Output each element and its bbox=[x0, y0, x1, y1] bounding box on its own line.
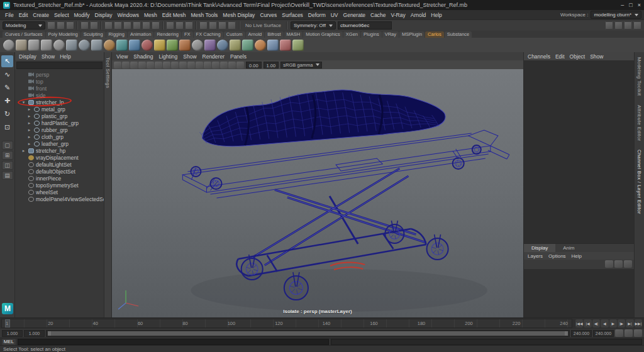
poly-torus-icon[interactable] bbox=[53, 40, 65, 51]
target-weld-icon[interactable] bbox=[142, 40, 153, 51]
toggle-all-layers-icon[interactable] bbox=[605, 260, 613, 268]
new-layer-from-selected-icon[interactable] bbox=[624, 260, 632, 268]
menu-mesh-display[interactable]: Mesh Display bbox=[220, 11, 257, 19]
viewport-menu-panels[interactable]: Panels bbox=[230, 53, 247, 60]
shelf-tab-custom[interactable]: Custom bbox=[224, 31, 245, 38]
shelf-tab-carlos[interactable]: Carlos bbox=[425, 31, 444, 38]
gate-mask-icon[interactable] bbox=[196, 62, 203, 69]
layer-tab-display[interactable]: Display bbox=[524, 244, 555, 252]
open-scene-icon[interactable] bbox=[57, 21, 65, 30]
menu-display[interactable]: Display bbox=[92, 11, 115, 19]
channel-box-menu-channels[interactable]: Channels bbox=[528, 53, 550, 60]
minimize-button[interactable]: – bbox=[621, 2, 624, 8]
poly-cube-icon[interactable] bbox=[16, 40, 27, 51]
attribute-editor-toggle-icon[interactable] bbox=[614, 21, 623, 30]
select-tool[interactable]: ↖ bbox=[1, 55, 13, 67]
safe-title-icon[interactable] bbox=[220, 62, 228, 69]
menu-edit[interactable]: Edit bbox=[16, 11, 31, 19]
shelf-tab-bifrost[interactable]: Bifrost bbox=[265, 31, 283, 38]
viewport-menu-view[interactable]: View bbox=[116, 53, 128, 60]
viewport-menu-shading[interactable]: Shading bbox=[133, 53, 153, 60]
outliner-item-cloth_grp[interactable]: ▸cloth_grp bbox=[15, 133, 104, 140]
shelf-tab-curves-surfaces[interactable]: Curves / Surfaces bbox=[3, 31, 45, 38]
shelf-tab-sculpting[interactable]: Sculpting bbox=[81, 31, 106, 38]
uv-editor-icon[interactable] bbox=[292, 40, 304, 51]
auto-keyframe-icon[interactable] bbox=[625, 329, 633, 337]
menu-windows[interactable]: Windows bbox=[114, 11, 141, 19]
outliner-item-innerPiece[interactable]: innerPiece bbox=[15, 175, 104, 182]
menu-v-ray[interactable]: V-Ray bbox=[389, 11, 408, 19]
outliner-item-stretcher_hp[interactable]: ▸stretcher_hp bbox=[15, 147, 104, 154]
isolate-select-icon[interactable] bbox=[228, 62, 236, 69]
step-forward-key-button[interactable]: |▶ bbox=[618, 319, 625, 327]
four-pane-layout[interactable]: ⊞ bbox=[2, 151, 13, 160]
close-button[interactable]: × bbox=[638, 2, 641, 8]
menu-create[interactable]: Create bbox=[30, 11, 52, 19]
view-transform-dropdown[interactable]: sRGB gamma bbox=[280, 62, 322, 69]
menu-arnold[interactable]: Arnold bbox=[408, 11, 429, 19]
select-camera-icon[interactable] bbox=[114, 62, 121, 69]
poly-cylinder-icon[interactable] bbox=[28, 40, 40, 51]
expander-icon[interactable]: ▸ bbox=[26, 128, 32, 133]
symmetry-dropdown[interactable]: Symmetry: Off bbox=[291, 21, 336, 30]
channel-box-menu-object[interactable]: Object bbox=[570, 53, 586, 60]
construction-history-icon[interactable] bbox=[185, 21, 193, 30]
snap-to-point-icon[interactable] bbox=[123, 21, 131, 30]
menu-select[interactable]: Select bbox=[52, 11, 72, 19]
make-live-icon[interactable] bbox=[152, 21, 160, 30]
layer-menu-options[interactable]: Options bbox=[548, 253, 566, 259]
viewport-menu-show[interactable]: Show bbox=[183, 53, 196, 60]
menu-help[interactable]: Help bbox=[428, 11, 444, 19]
expander-icon[interactable]: ▸ bbox=[26, 135, 32, 140]
bookmark-icon[interactable] bbox=[138, 62, 146, 69]
expander-icon[interactable]: ▾ bbox=[21, 100, 26, 105]
step-back-key-button[interactable]: ◀| bbox=[592, 319, 600, 327]
range-field-1[interactable]: 1.000 bbox=[2, 330, 23, 337]
single-pane-layout[interactable]: ▢ bbox=[2, 141, 13, 150]
scale-tool[interactable]: ⊡ bbox=[1, 121, 13, 133]
menu-edit-mesh[interactable]: Edit Mesh bbox=[160, 11, 189, 19]
go-to-start-button[interactable]: |◀◀ bbox=[575, 319, 583, 327]
delete-history-icon[interactable] bbox=[280, 40, 291, 51]
smooth-icon[interactable] bbox=[192, 40, 203, 51]
viewport-menu-lighting[interactable]: Lighting bbox=[158, 53, 177, 60]
tab-modeling-toolkit[interactable]: Modeling Toolkit bbox=[636, 57, 642, 96]
tool-settings-toggle-icon[interactable] bbox=[624, 21, 632, 30]
stretcher-wireframe-model[interactable] bbox=[112, 69, 523, 317]
shelf-tab-arnold[interactable]: Arnold bbox=[246, 31, 265, 38]
shelf-tab-poly-modeling[interactable]: Poly Modeling bbox=[46, 31, 80, 38]
shelf-tab-animation[interactable]: Animation bbox=[128, 31, 153, 38]
expander-icon[interactable]: ▸ bbox=[26, 107, 32, 112]
field-chart-icon[interactable] bbox=[204, 62, 211, 69]
range-field-4[interactable]: 240.000 bbox=[593, 330, 614, 337]
outliner-item-leather_grp[interactable]: ▸leather_grp bbox=[15, 140, 104, 147]
input-connections-icon[interactable] bbox=[166, 21, 174, 30]
save-scene-icon[interactable] bbox=[66, 21, 74, 30]
expander-icon[interactable]: ▸ bbox=[26, 114, 32, 119]
tab-tool-settings[interactable]: Tool Settings bbox=[105, 57, 111, 317]
outliner-item-stretcher_lp[interactable]: ▾stretcher_lp bbox=[15, 99, 104, 106]
sculpt-tool-icon[interactable] bbox=[104, 40, 115, 51]
platonic-solid-icon[interactable] bbox=[91, 40, 103, 51]
saved-layout[interactable]: ▤ bbox=[2, 171, 13, 180]
bevel-icon[interactable] bbox=[154, 40, 165, 51]
boolean-icon[interactable] bbox=[217, 40, 228, 51]
outliner-item-metal_grp[interactable]: ▸metal_grp bbox=[15, 106, 104, 113]
viewport-canvas[interactable]: Isolate : persp (masterLayer) bbox=[112, 69, 523, 317]
outliner-item-vrayDisplacement[interactable]: vrayDisplacement bbox=[15, 154, 104, 161]
shelf-tab-rendering[interactable]: Rendering bbox=[154, 31, 181, 38]
channel-box-toggle-icon[interactable] bbox=[633, 21, 641, 30]
paint-select-tool[interactable]: ✎ bbox=[1, 82, 13, 94]
step-forward-frame-button[interactable]: ▶| bbox=[626, 319, 633, 327]
film-gate-icon[interactable] bbox=[179, 62, 187, 69]
poly-plane-icon[interactable] bbox=[66, 40, 77, 51]
rotate-tool[interactable]: ↻ bbox=[1, 108, 13, 120]
combine-icon[interactable] bbox=[230, 40, 241, 51]
tab-attribute-editor[interactable]: Attribute Editor bbox=[636, 105, 642, 141]
grease-pencil-icon[interactable] bbox=[163, 62, 170, 69]
output-connections-icon[interactable] bbox=[175, 21, 184, 30]
animation-preferences-icon[interactable] bbox=[634, 329, 642, 337]
layer-menu-help[interactable]: Help bbox=[572, 253, 582, 259]
poly-disc-icon[interactable] bbox=[79, 40, 90, 51]
menu-cache[interactable]: Cache bbox=[368, 11, 389, 19]
